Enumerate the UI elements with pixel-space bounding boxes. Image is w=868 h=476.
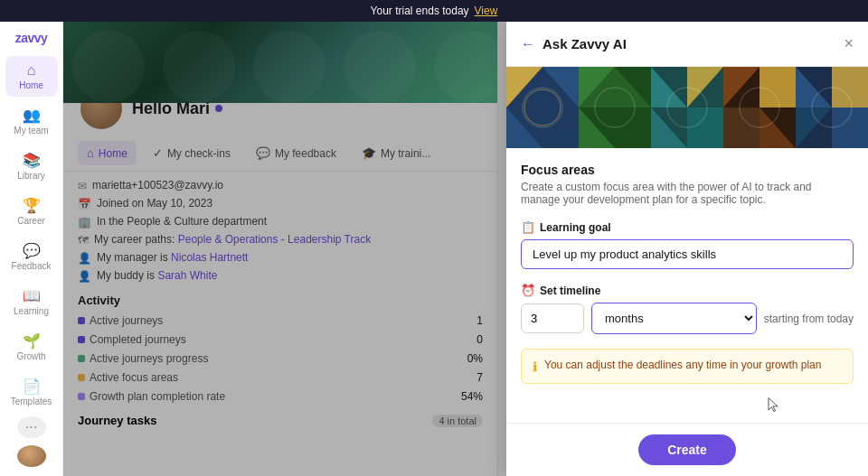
- sidebar-item-label: Career: [17, 216, 45, 226]
- avatar[interactable]: [17, 445, 46, 467]
- timeline-icon: ⏰: [521, 284, 535, 297]
- sidebar-item-label: Templates: [11, 397, 52, 406]
- learning-goal-field-group: 📋 Learning goal: [521, 220, 854, 269]
- learning-icon: 📖: [23, 287, 41, 304]
- avatar-image: [17, 445, 46, 467]
- modal-back-button[interactable]: ←: [521, 36, 535, 52]
- svg-marker-25: [832, 107, 868, 148]
- sidebar-more-button[interactable]: ···: [17, 416, 46, 438]
- modal-banner: [506, 67, 868, 148]
- timeline-row: months days weeks years starting from to…: [521, 303, 854, 334]
- sidebar-item-my-team[interactable]: 👥 My team: [5, 100, 58, 142]
- modal-close-button[interactable]: ×: [844, 34, 854, 53]
- learning-goal-icon: 📋: [521, 220, 535, 234]
- growth-icon: 🌱: [23, 332, 41, 350]
- sidebar-logo: zavvy: [15, 31, 48, 45]
- sidebar-item-library[interactable]: 📚 Library: [5, 145, 58, 187]
- timeline-field-group: ⏰ Set timeline months days weeks years: [521, 284, 854, 334]
- templates-icon: 📄: [23, 378, 41, 395]
- sidebar-item-label: Learning: [14, 306, 49, 316]
- sidebar-item-templates[interactable]: 📄 Templates: [5, 371, 58, 413]
- sidebar-item-career[interactable]: 🏆 Career: [5, 191, 58, 232]
- timeline-suffix: starting from today: [764, 313, 854, 325]
- sidebar-item-label: Home: [19, 80, 43, 90]
- timeline-label: ⏰ Set timeline: [521, 284, 854, 297]
- sidebar-item-label: Growth: [16, 351, 45, 361]
- main-content: Hello Mari ⌂ Home ✓ My check-ins 💬: [63, 22, 868, 476]
- learning-goal-label: 📋 Learning goal: [521, 220, 854, 234]
- svg-marker-18: [760, 67, 796, 107]
- modal-title-row: ← Ask Zavvy AI: [521, 36, 627, 52]
- modal-title: Ask Zavvy AI: [542, 36, 627, 51]
- team-icon: 👥: [23, 107, 41, 124]
- create-button[interactable]: Create: [638, 434, 736, 465]
- sidebar: zavvy ⌂ Home 👥 My team 📚 Library 🏆 Caree…: [0, 22, 63, 476]
- career-icon: 🏆: [23, 197, 41, 214]
- svg-marker-23: [832, 67, 868, 107]
- feedback-icon: 💬: [23, 242, 41, 259]
- modal-footer: Create: [506, 423, 868, 476]
- banner-link[interactable]: View: [475, 5, 498, 17]
- timeline-number-input[interactable]: [521, 303, 584, 333]
- info-text: You can adjust the deadlines any time in…: [544, 359, 821, 371]
- sidebar-item-label: My team: [14, 126, 48, 135]
- info-box: ℹ You can adjust the deadlines any time …: [521, 349, 854, 384]
- ask-zavvy-modal: ← Ask Zavvy AI ×: [506, 22, 868, 476]
- focus-areas-desc: Create a custom focus area with the powe…: [521, 181, 854, 206]
- modal-overlay: ← Ask Zavvy AI ×: [63, 22, 868, 476]
- library-icon: 📚: [23, 152, 41, 169]
- info-icon: ℹ: [533, 359, 537, 374]
- sidebar-item-learning[interactable]: 📖 Learning: [5, 281, 58, 322]
- sidebar-item-home[interactable]: ⌂ Home: [5, 56, 58, 97]
- banner-text: Your trial ends today: [371, 5, 469, 17]
- home-icon: ⌂: [27, 62, 36, 79]
- sidebar-item-feedback[interactable]: 💬 Feedback: [5, 236, 58, 277]
- learning-goal-input[interactable]: [521, 239, 854, 269]
- modal-header: ← Ask Zavvy AI ×: [506, 22, 868, 67]
- svg-marker-15: [687, 107, 723, 148]
- sidebar-item-label: Library: [17, 171, 45, 181]
- trial-banner: Your trial ends today View: [0, 0, 868, 22]
- svg-marker-19: [723, 107, 760, 148]
- modal-body: Focus areas Create a custom focus area w…: [506, 148, 868, 423]
- timeline-unit-select[interactable]: months days weeks years: [591, 303, 757, 334]
- sidebar-item-label: Feedback: [12, 261, 52, 271]
- sidebar-item-growth[interactable]: 🌱 Growth: [5, 326, 58, 368]
- focus-areas-section-title: Focus areas: [521, 163, 854, 177]
